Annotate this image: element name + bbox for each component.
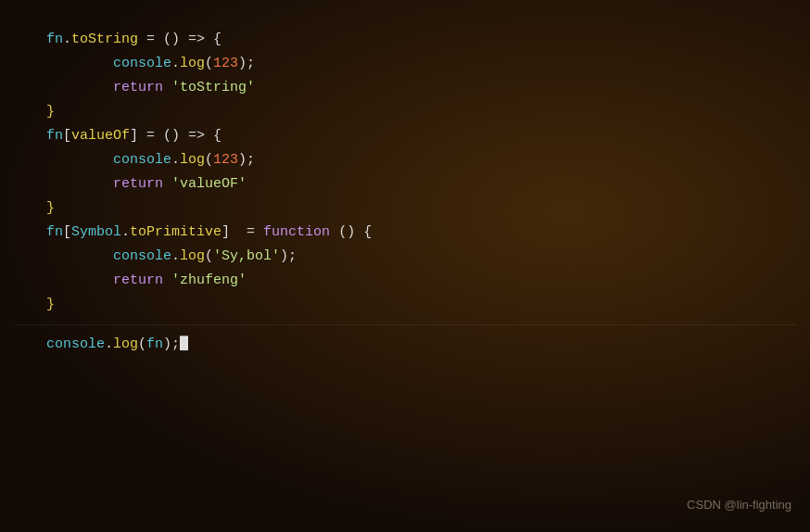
line-text: return 'zhufeng'	[46, 270, 810, 292]
code-line: return 'zhufeng'	[0, 269, 810, 293]
code-token: .	[171, 152, 180, 168]
line-text: return 'valueOF'	[46, 173, 810, 196]
code-token: 'toString'	[171, 80, 255, 95]
code-line: }	[0, 293, 810, 317]
code-token: [	[63, 224, 71, 240]
code-token: toString	[71, 32, 138, 47]
line-text: fn.toString = () => {	[46, 29, 810, 51]
code-token: [	[63, 128, 71, 144]
code-token: );	[238, 152, 255, 168]
code-line: return 'valueOF'	[0, 172, 810, 196]
code-line: fn[Symbol.toPrimitive] = function () {	[0, 221, 810, 245]
code-token: .	[63, 32, 71, 47]
code-line: }	[0, 196, 810, 221]
code-token: () {	[330, 224, 372, 240]
line-text: }	[46, 101, 810, 123]
code-token: log	[180, 56, 205, 71]
code-token: Symbol	[71, 224, 121, 240]
code-line: }	[0, 100, 810, 124]
code-token: .	[105, 336, 113, 352]
code-token: 'Sy,bol'	[213, 248, 280, 264]
code-line: console.log(123);	[0, 52, 810, 76]
line-text: fn[Symbol.toPrimitive] = function () {	[46, 222, 810, 244]
watermark: CSDN @lin-fighting	[687, 496, 791, 515]
code-line: console.log('Sy,bol');	[0, 245, 810, 269]
code-token	[163, 176, 171, 192]
code-token: fn	[146, 336, 163, 352]
code-token: }	[46, 297, 55, 312]
code-token: console	[113, 248, 171, 264]
line-text: fn[valueOf] = () => {	[46, 125, 810, 147]
line-text: console.log(fn);█	[46, 334, 810, 356]
code-token: (	[205, 248, 213, 264]
code-token: .	[121, 224, 130, 240]
code-token: 'valueOF'	[171, 176, 247, 192]
code-token: return	[113, 272, 163, 288]
code-token: }	[46, 200, 55, 216]
code-token: 123	[213, 152, 238, 168]
code-token: );	[280, 248, 297, 264]
code-token: (	[138, 336, 146, 352]
code-token: return	[113, 80, 163, 95]
code-token: console	[113, 152, 171, 168]
code-line: return 'toString'	[0, 76, 810, 100]
code-token: function	[263, 224, 330, 240]
code-token: }	[46, 104, 55, 120]
code-token: = () => {	[138, 32, 221, 47]
code-block: fn.toString = () => { console.log(123); …	[0, 28, 810, 357]
code-token: log	[180, 152, 205, 168]
line-text: return 'toString'	[46, 77, 810, 99]
code-token: log	[180, 248, 205, 264]
code-token: valueOf	[71, 128, 130, 144]
code-token: .	[171, 56, 180, 71]
code-token: fn	[46, 128, 63, 144]
code-line: console.log(123);	[0, 148, 810, 172]
code-token: █	[180, 336, 188, 352]
line-text: }	[46, 294, 810, 316]
code-token: log	[113, 336, 138, 352]
code-token: );	[238, 56, 255, 71]
code-token: console	[46, 336, 105, 352]
code-separator	[14, 324, 796, 325]
code-token: 'zhufeng'	[171, 272, 247, 288]
code-token: );	[163, 336, 180, 352]
code-line: console.log(fn);█	[0, 333, 810, 357]
code-token: console	[113, 56, 171, 71]
code-token: .	[171, 248, 180, 264]
code-token: ] =	[221, 224, 263, 240]
line-text: console.log(123);	[46, 149, 810, 171]
code-token: fn	[46, 224, 63, 240]
line-text: console.log(123);	[46, 53, 810, 75]
code-token: 123	[213, 56, 238, 71]
code-token: return	[113, 176, 163, 192]
code-token	[163, 272, 171, 288]
code-container: fn.toString = () => { console.log(123); …	[0, 0, 810, 532]
code-token: fn	[46, 32, 63, 47]
code-line: fn[valueOf] = () => {	[0, 124, 810, 148]
code-token: (	[205, 56, 213, 71]
code-token: (	[205, 152, 213, 168]
code-token: ] = () => {	[130, 128, 221, 144]
line-text: console.log('Sy,bol');	[46, 246, 810, 268]
code-token: toPrimitive	[130, 224, 221, 240]
code-line: fn.toString = () => {	[0, 28, 810, 52]
code-token	[163, 80, 171, 95]
line-text: }	[46, 197, 810, 220]
